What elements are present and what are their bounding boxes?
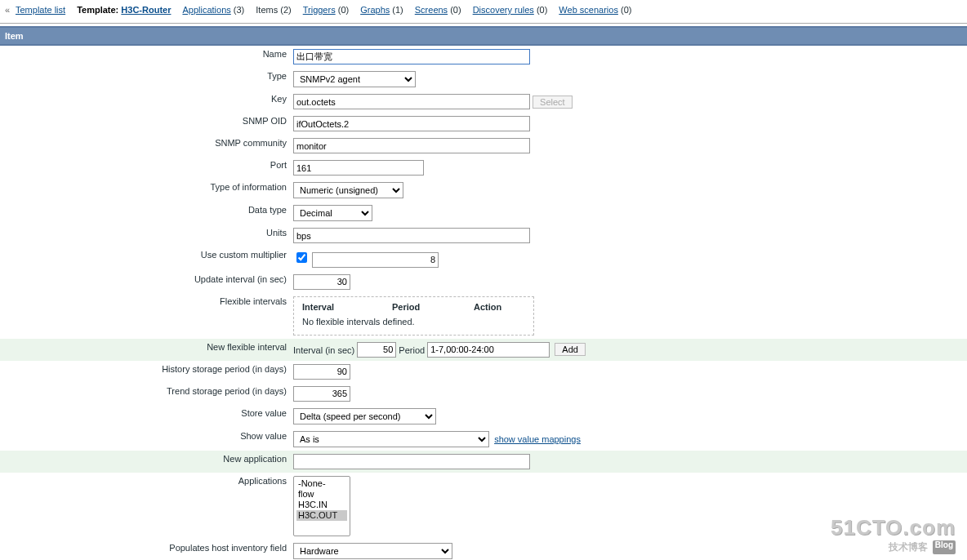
label-type-of-information: Type of information	[0, 179, 290, 202]
label-data-type: Data type	[0, 202, 290, 224]
flex-col-action: Action	[474, 302, 523, 312]
new-flex-interval-input[interactable]	[357, 342, 396, 358]
screens-count: (0)	[450, 5, 461, 15]
history-storage-input[interactable]	[293, 364, 350, 380]
label-populates-inventory: Populates host inventory field	[0, 540, 290, 561]
label-store-value: Store value	[0, 405, 290, 428]
name-input[interactable]	[293, 49, 530, 64]
item-form: Name Type SNMPv2 agent Key Select SNMP O…	[0, 46, 967, 560]
applications-multiselect[interactable]: -None-flowH3C.INH3C.OUT	[293, 476, 350, 536]
web-count: (0)	[621, 5, 631, 15]
label-trend-storage: Trend storage period (in days)	[0, 383, 290, 405]
label-units: Units	[0, 224, 290, 247]
label-update-interval: Update interval (in sec)	[0, 271, 290, 293]
graphs-count: (1)	[392, 5, 403, 15]
label-new-flexible-interval: New flexible interval	[0, 339, 290, 361]
new-flex-interval-label: Interval (in sec)	[293, 344, 354, 354]
new-flex-period-input[interactable]	[427, 342, 550, 358]
link-graphs[interactable]: Graphs	[360, 5, 390, 15]
label-flexible-intervals: Flexible intervals	[0, 293, 290, 339]
back-glyph-icon: «	[5, 5, 10, 15]
snmp-oid-input[interactable]	[293, 116, 530, 131]
link-applications[interactable]: Applications	[182, 5, 230, 15]
page-title: Item	[0, 26, 967, 46]
applications-count: (3)	[234, 5, 244, 15]
flex-col-interval: Interval	[302, 302, 392, 312]
type-select[interactable]: SNMPv2 agent	[293, 71, 416, 87]
multiplier-value-input[interactable]	[312, 252, 439, 268]
label-snmp-oid: SNMP OID	[0, 113, 290, 135]
label-type: Type	[0, 68, 290, 91]
flex-col-period: Period	[392, 302, 474, 312]
flex-empty-text: No flexible intervals defined.	[302, 317, 525, 327]
trend-storage-input[interactable]	[293, 386, 350, 402]
label-key: Key	[0, 91, 290, 113]
link-web[interactable]: Web scenarios	[559, 5, 618, 15]
key-input[interactable]	[293, 94, 530, 109]
link-items[interactable]: Items	[256, 5, 278, 15]
triggers-count: (0)	[338, 5, 349, 15]
items-count: (2)	[280, 5, 291, 15]
link-triggers[interactable]: Triggers	[303, 5, 336, 15]
add-button[interactable]: Add	[555, 343, 586, 356]
label-applications: Applications	[0, 473, 290, 540]
label-port: Port	[0, 157, 290, 179]
label-new-application: New application	[0, 451, 290, 473]
label-show-value: Show value	[0, 428, 290, 451]
template-label: Template:	[77, 5, 118, 15]
new-flex-period-label: Period	[399, 344, 425, 354]
show-value-select[interactable]: As is	[293, 431, 489, 447]
flexible-intervals-box: Interval Period Action No flexible inter…	[293, 296, 534, 336]
label-snmp-community: SNMP community	[0, 135, 290, 157]
discovery-count: (0)	[537, 5, 547, 15]
link-show-value-mappings[interactable]: show value mappings	[494, 434, 581, 444]
port-input[interactable]	[293, 160, 424, 176]
link-template-list[interactable]: Template list	[16, 5, 65, 15]
store-value-select[interactable]: Delta (speed per second)	[293, 408, 436, 424]
label-name: Name	[0, 46, 290, 68]
snmp-community-input[interactable]	[293, 138, 530, 153]
label-history-storage: History storage period (in days)	[0, 361, 290, 383]
link-discovery[interactable]: Discovery rules	[473, 5, 534, 15]
label-use-custom-multiplier: Use custom multiplier	[0, 247, 290, 271]
link-template-name[interactable]: H3C-Router	[121, 5, 171, 15]
units-input[interactable]	[293, 228, 530, 243]
breadcrumb: « Template list Template: H3C-Router App…	[0, 0, 967, 24]
link-screens[interactable]: Screens	[415, 5, 448, 15]
use-multiplier-checkbox[interactable]	[296, 252, 307, 263]
type-of-information-select[interactable]: Numeric (unsigned)	[293, 182, 403, 198]
new-application-input[interactable]	[293, 454, 530, 469]
data-type-select[interactable]: Decimal	[293, 205, 372, 221]
update-interval-input[interactable]	[293, 274, 350, 290]
populates-inventory-select[interactable]: Hardware	[293, 543, 452, 559]
select-key-button: Select	[533, 96, 573, 109]
